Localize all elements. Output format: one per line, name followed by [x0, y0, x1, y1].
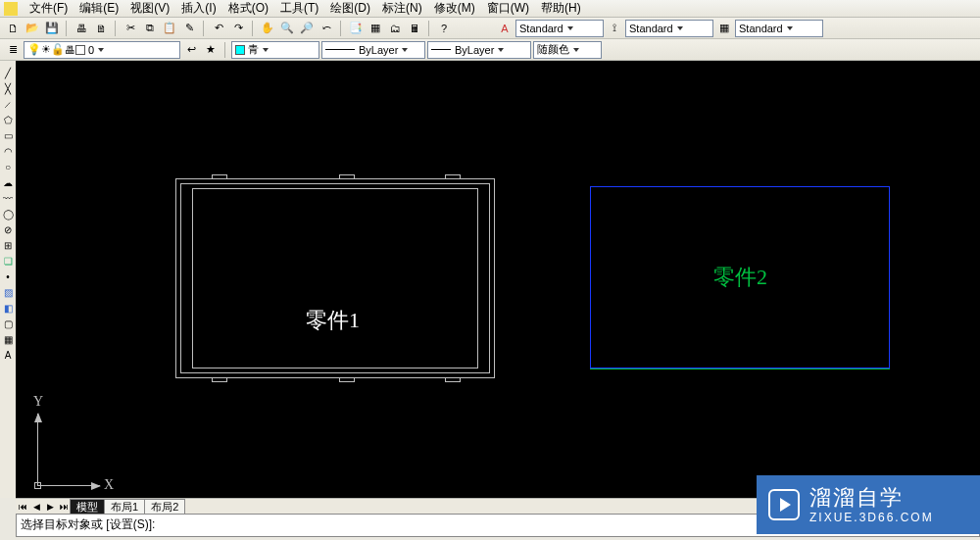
xline-icon[interactable]: ╳: [1, 81, 15, 96]
caret-icon: [98, 48, 104, 52]
dimstyle-combo[interactable]: Standard: [625, 20, 713, 37]
tab-model[interactable]: 模型: [70, 499, 105, 514]
standard-toolbar: 🗋 📂 💾 🖶 🗎 ✂ ⧉ 📋 ✎ ↶ ↷ ✋ 🔍 🔎 ⤺ 📑 ▦ 🗂 🖩 ? …: [0, 18, 980, 39]
plotstyle-value: 随颜色: [537, 42, 569, 57]
menu-modify[interactable]: 修改(M): [428, 0, 481, 17]
hatch-icon[interactable]: ▨: [1, 285, 15, 300]
properties-icon[interactable]: 📑: [347, 20, 365, 37]
textstyle-combo[interactable]: Standard: [515, 20, 604, 37]
table-icon[interactable]: ▦: [1, 332, 15, 347]
linetype-preview: [325, 49, 355, 50]
revcloud-icon[interactable]: ☁: [1, 175, 15, 190]
tab-first-icon[interactable]: ⏮: [16, 500, 29, 514]
layer-state-icon[interactable]: ★: [202, 41, 220, 59]
design-center-icon[interactable]: ▦: [367, 20, 384, 37]
menu-format[interactable]: 格式(O): [222, 0, 274, 17]
ellipse-icon[interactable]: ◯: [1, 207, 15, 221]
y-label: Y: [33, 394, 43, 410]
linetype-combo[interactable]: ByLayer: [321, 41, 425, 59]
lineweight-combo[interactable]: ByLayer: [427, 41, 531, 59]
part1-label[interactable]: 零件1: [306, 306, 360, 335]
menu-dim[interactable]: 标注(N): [376, 0, 428, 17]
menu-insert[interactable]: 插入(I): [175, 0, 221, 17]
menu-tools[interactable]: 工具(T): [274, 0, 324, 17]
menu-view[interactable]: 视图(V): [124, 0, 175, 17]
gradient-icon[interactable]: ◧: [1, 301, 15, 316]
layer-combo[interactable]: 💡 ☀ 🔓 🖶 0: [24, 41, 180, 59]
print-preview-icon[interactable]: 🗎: [92, 20, 110, 37]
lineweight-preview: [431, 49, 451, 50]
tab-layout1[interactable]: 布局1: [104, 499, 145, 514]
color-combo[interactable]: 青: [231, 41, 319, 59]
part1-tab: [445, 174, 461, 179]
calculator-icon[interactable]: 🖩: [406, 20, 423, 37]
menu-help[interactable]: 帮助(H): [535, 0, 587, 17]
tab-next-icon[interactable]: ▶: [43, 500, 57, 514]
part2-label[interactable]: 零件2: [713, 263, 767, 292]
menu-edit[interactable]: 编辑(E): [74, 0, 124, 17]
tab-layout2[interactable]: 布局2: [144, 499, 185, 514]
watermark: 溜溜自学 ZIXUE.3D66.COM: [757, 475, 980, 534]
part1-tab: [339, 174, 355, 179]
paste-icon[interactable]: 📋: [161, 20, 178, 37]
line-icon[interactable]: ╱: [1, 66, 15, 80]
caret-icon: [567, 26, 573, 30]
tablestyle-icon[interactable]: ▦: [715, 20, 733, 37]
part1-inner-rect[interactable]: [192, 188, 478, 368]
tab-prev-icon[interactable]: ◀: [29, 500, 43, 514]
plotstyle-combo[interactable]: 随颜色: [533, 41, 602, 59]
zoom-window-icon[interactable]: 🔎: [298, 20, 316, 37]
draw-palette: ╱ ╳ ⟋ ⬠ ▭ ◠ ○ ☁ 〰 ◯ ⊘ ⊞ ❏ • ▨ ◧ ▢ ▦ A: [0, 61, 16, 498]
tablestyle-combo[interactable]: Standard: [735, 20, 823, 37]
color-swatch: [235, 45, 245, 55]
arc-icon[interactable]: ◠: [1, 144, 15, 159]
help-icon[interactable]: ?: [435, 20, 453, 37]
zoom-prev-icon[interactable]: ⤺: [318, 20, 335, 37]
tablestyle-value: Standard: [739, 23, 783, 34]
undo-icon[interactable]: ↶: [210, 20, 227, 37]
tab-last-icon[interactable]: ⏭: [57, 500, 71, 514]
lightbulb-icon: 💡: [27, 43, 41, 56]
makeblock-icon[interactable]: ❏: [1, 254, 15, 269]
color-value: 青: [248, 42, 259, 57]
insertblock-icon[interactable]: ⊞: [1, 238, 15, 253]
menu-file[interactable]: 文件(F): [24, 0, 74, 17]
menu-draw[interactable]: 绘图(D): [324, 0, 376, 17]
menu-bar: 文件(F) 编辑(E) 视图(V) 插入(I) 格式(O) 工具(T) 绘图(D…: [0, 0, 980, 18]
zoom-realtime-icon[interactable]: 🔍: [278, 20, 296, 37]
layer-manager-icon[interactable]: ≣: [4, 41, 22, 59]
match-icon[interactable]: ✎: [180, 20, 198, 37]
cut-icon[interactable]: ✂: [122, 20, 139, 37]
watermark-text: 溜溜自学 ZIXUE.3D66.COM: [809, 485, 934, 525]
model-space[interactable]: 零件1 零件2 Y X: [16, 61, 980, 498]
new-icon[interactable]: 🗋: [4, 20, 22, 37]
part2-baseline[interactable]: [590, 368, 890, 369]
polygon-icon[interactable]: ⬠: [1, 113, 15, 127]
print-icon[interactable]: 🖶: [73, 20, 90, 37]
x-axis-icon: [37, 485, 100, 486]
pan-icon[interactable]: ✋: [259, 20, 276, 37]
open-icon[interactable]: 📂: [24, 20, 41, 37]
menu-window[interactable]: 窗口(W): [481, 0, 535, 17]
spline-icon[interactable]: 〰: [1, 191, 15, 206]
watermark-url: ZIXUE.3D66.COM: [809, 511, 934, 524]
redo-icon[interactable]: ↷: [229, 20, 247, 37]
part1-tab: [212, 174, 227, 179]
region-icon[interactable]: ▢: [1, 317, 15, 331]
dimstyle-icon[interactable]: ⟟: [606, 20, 623, 37]
textstyle-icon[interactable]: A: [496, 20, 514, 37]
save-icon[interactable]: 💾: [43, 20, 61, 37]
circle-icon[interactable]: ○: [1, 160, 15, 174]
watermark-title: 溜溜自学: [809, 485, 934, 511]
layer-prev-icon[interactable]: ↩: [182, 41, 200, 59]
copy-icon[interactable]: ⧉: [141, 20, 159, 37]
rectangle-icon[interactable]: ▭: [1, 128, 15, 143]
mtext-icon[interactable]: A: [1, 348, 15, 363]
plot-icon: 🖶: [65, 44, 75, 56]
polyline-icon[interactable]: ⟋: [1, 97, 15, 112]
ellipsearc-icon[interactable]: ⊘: [1, 222, 15, 237]
point-icon[interactable]: •: [1, 270, 15, 284]
separator: [252, 21, 254, 36]
part1-tab: [445, 377, 461, 382]
tool-palettes-icon[interactable]: 🗂: [386, 20, 404, 37]
